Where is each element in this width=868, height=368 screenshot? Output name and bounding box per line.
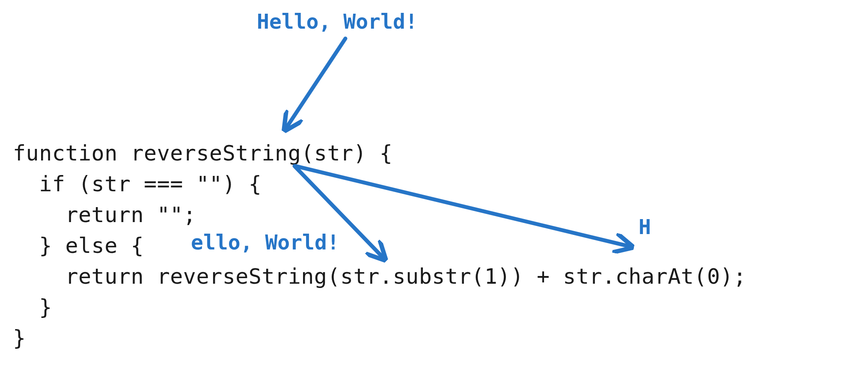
code-line-1: function reverseString(str) {	[13, 141, 392, 166]
code-line-5: return reverseString(str.substr(1)) + st…	[13, 264, 746, 289]
diagram-canvas: Hello, World! ello, World! H function re…	[0, 0, 868, 368]
code-line-6: }	[13, 295, 52, 320]
code-line-3: return "";	[13, 202, 196, 227]
code-line-2: if (str === "") {	[13, 172, 262, 196]
annotation-top: Hello, World!	[257, 9, 418, 33]
code-line-7: }	[13, 326, 26, 350]
code-block: function reverseString(str) { if (str ==…	[13, 138, 746, 353]
code-line-4: } else {	[13, 233, 144, 258]
arrow-top-to-param	[286, 39, 345, 128]
